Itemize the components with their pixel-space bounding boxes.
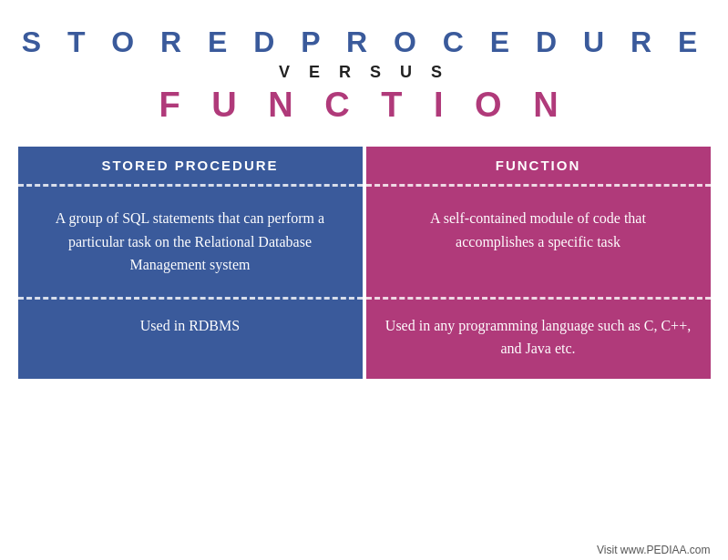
table-row-2: Used in RDBMS Used in any programming la…	[18, 300, 711, 379]
table-header-row: STORED PROCEDURE FUNCTION	[18, 147, 711, 184]
left-column-header: STORED PROCEDURE	[18, 147, 363, 184]
row1-right-cell: A self-contained module of code that acc…	[366, 187, 711, 297]
stored-procedure-title: S T O R E D P R O C E D U R E	[0, 25, 728, 59]
row2-right-cell: Used in any programming language such as…	[366, 300, 711, 379]
function-title: F U N C T I O N	[0, 86, 728, 125]
right-column-header: FUNCTION	[366, 147, 711, 184]
header-section: S T O R E D P R O C E D U R E V E R S U …	[0, 0, 728, 130]
pediaa-footer: Visit www.PEDIAA.com	[18, 538, 711, 560]
comparison-table: STORED PROCEDURE FUNCTION A group of SQL…	[18, 147, 711, 538]
versus-label: V E R S U S	[0, 63, 728, 82]
row2-left-cell: Used in RDBMS	[18, 300, 363, 379]
row1-left-cell: A group of SQL statements that can perfo…	[18, 187, 363, 297]
table-row-1: A group of SQL statements that can perfo…	[18, 187, 711, 297]
